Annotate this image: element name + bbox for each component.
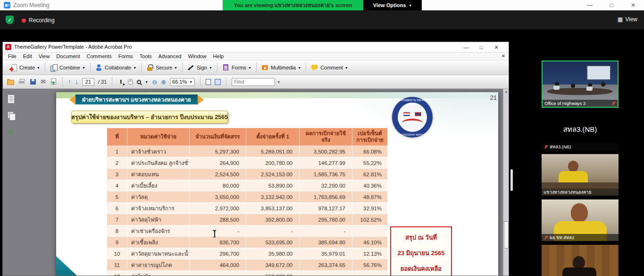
participant-tile[interactable]: สทล3.(NB) สทล3.(NB) [542, 112, 619, 150]
chevron-down-icon: ▼ [345, 66, 348, 69]
menubar-close-icon[interactable]: ✕ [502, 53, 505, 59]
single-page-view-button[interactable] [206, 79, 211, 85]
save-button[interactable] [29, 78, 37, 86]
shared-screen-scrollbar[interactable] [510, 169, 513, 191]
table-cell: 4 [107, 180, 127, 191]
table-cell: 349,672.00 [246, 259, 300, 271]
fit-width-view-button[interactable] [215, 79, 221, 85]
column-header: ผลการเบิกจ่ายใช้จริง [300, 128, 352, 146]
email-button[interactable]: ✉ [41, 78, 46, 86]
recording-indicator: Recording [22, 17, 55, 24]
speech-bubble-icon [311, 64, 318, 71]
table-cell: 464,000 [190, 259, 246, 271]
table-cell: ค่าประกันสังคม ลูกจ้างชั่วคราว [127, 157, 190, 169]
table-cell: ค่าเช่าเครื่องจักร [127, 225, 190, 237]
zoom-level-dropdown[interactable]: 66.1% ▼ [170, 78, 195, 86]
acrobat-file-toolbar: ✉ ↑ ↓ / 31 I ▼ ⊖ ⊕ 66.1% ▼ ▼ [3, 75, 509, 89]
table-cell: 5,297,300 [190, 146, 246, 157]
scroll-up-icon[interactable]: ▲ [504, 90, 508, 93]
pages-panel-button[interactable] [8, 95, 17, 106]
forms-button[interactable]: Forms ▼ [219, 62, 255, 73]
thai-flag-icon [403, 112, 410, 116]
slide-title-box: สรุปค่าใช้จ่ายของงานบริหาร – อำนวยการ ปี… [71, 111, 228, 123]
acrobat-restore-button[interactable]: □ [474, 42, 489, 52]
acrobat-close-button[interactable]: ✕ [489, 42, 504, 52]
table-cell: 12.13% [352, 248, 388, 259]
zoom-window-title: Zoom Meeting [13, 2, 50, 9]
table-cell: 35,980.00 [246, 248, 300, 259]
view-options-dropdown[interactable]: View Options ▼ [363, 0, 422, 10]
summary-line: 23 มิถุนายน 2565 [398, 249, 445, 258]
maximize-button[interactable]: □ [601, 0, 622, 10]
table-cell: 146,277.99 [300, 157, 352, 169]
upload-button[interactable] [50, 78, 57, 86]
acrobat-minimize-button[interactable]: — [459, 42, 474, 52]
table-cell: 385,694.80 [300, 237, 352, 248]
menu-window[interactable]: Window [184, 52, 209, 60]
menu-tools[interactable]: Tools [136, 52, 155, 60]
menu-forms[interactable]: Forms [115, 52, 136, 60]
separator [182, 63, 183, 72]
table-row: 1ค่าจ้างชั่วคราว5,297,3005,289,051.003,5… [107, 146, 387, 157]
bookmarks-panel-button[interactable] [8, 112, 17, 123]
create-button[interactable]: Create ▼ [7, 62, 43, 73]
open-file-button[interactable] [7, 78, 14, 86]
table-cell: ค่าไฟฟ้า [127, 271, 190, 276]
document-scrollbar[interactable]: ▲ [503, 89, 509, 276]
bridge-arc-icon [402, 119, 423, 127]
secure-button[interactable]: Secure ▼ [143, 62, 181, 73]
zoom-in-button[interactable]: ⊕ [161, 79, 166, 85]
menu-help[interactable]: Help [210, 52, 227, 60]
document-area: ✎ ฝ่ายบริหารสะพานฯ แขวงทางหลวงหนองคาย 21… [3, 89, 509, 276]
participant-video [542, 245, 619, 276]
table-row: 5ค่าวัสดุ3,650,0003,132,942.001,783,856.… [107, 191, 387, 203]
table-cell [190, 271, 246, 276]
menu-view[interactable]: View [35, 52, 53, 60]
close-button[interactable]: ✕ [622, 0, 644, 10]
zoom-out-button[interactable]: ⊖ [152, 79, 157, 85]
page-total-label: / 31 [98, 79, 107, 85]
marquee-zoom-button[interactable] [137, 80, 141, 84]
print-button[interactable] [18, 78, 25, 86]
menu-comments[interactable]: Comments [84, 52, 115, 60]
find-dropdown-icon[interactable]: ▼ [277, 80, 280, 84]
next-page-button[interactable]: ↓ [75, 78, 78, 85]
combine-button[interactable]: Combine ▼ [47, 62, 89, 73]
page-number-input[interactable] [82, 78, 94, 86]
meeting-security-shield-icon[interactable]: ✓ [6, 16, 14, 24]
participant-tile[interactable]: ผอ.ขท.สทล2 [542, 199, 619, 241]
participant-label-bar: สทล3.(NB) [542, 143, 619, 150]
acrobat-window: A ThemeGallery PowerTemplate - Adobe Acr… [2, 42, 509, 276]
participant-label-bar: แขวงทางหลวงหนองคาย [542, 189, 619, 196]
participant-name-label: Office of Highways 3 [544, 101, 585, 106]
multimedia-button[interactable]: Multimedia ▼ [258, 62, 304, 73]
table-cell: ค่าเบี้ยเลี้ยง [127, 180, 190, 191]
hand-tool-button[interactable] [128, 79, 133, 85]
participant-tile[interactable]: Office of Highways 3 [542, 60, 619, 108]
participant-tile[interactable]: แขวงทางหลวงหนองคาย [542, 154, 619, 196]
participant-tile[interactable] [542, 245, 619, 276]
chevron-down-icon: ▼ [174, 66, 177, 69]
chevron-down-icon: ▼ [409, 4, 412, 7]
menu-advanced[interactable]: Advanced [155, 52, 185, 60]
zoom-window-controls: — □ ✕ [579, 0, 644, 10]
summary-box: สรุป ณ วันที่ 23 มิถุนายน 2565 ยอดเงินคง… [390, 226, 452, 276]
find-input[interactable] [232, 78, 275, 86]
menu-edit[interactable]: Edit [20, 52, 35, 60]
view-layout-button[interactable]: ▦ View [618, 16, 637, 23]
signatures-panel-button[interactable]: ✎ [8, 129, 17, 140]
select-tool-button[interactable]: I [117, 78, 124, 86]
menu-document[interactable]: Document [53, 52, 83, 60]
muted-mic-icon [544, 235, 548, 240]
scrollbar-thumb[interactable] [504, 221, 509, 249]
collaborate-button[interactable]: Collaborate ▼ [92, 62, 140, 73]
column-header: จำนวนเงินที่จัดสรร [190, 128, 246, 146]
table-cell: 53,890.00 [246, 180, 300, 191]
minimize-button[interactable]: — [579, 0, 601, 10]
previous-page-button[interactable]: ↑ [68, 78, 71, 85]
menu-file[interactable]: File [5, 52, 20, 60]
comment-button[interactable]: Comment ▼ [308, 62, 351, 73]
recording-dot-icon [22, 18, 26, 23]
text-select-cursor [212, 230, 217, 237]
sign-button[interactable]: Sign ▼ [184, 62, 216, 73]
